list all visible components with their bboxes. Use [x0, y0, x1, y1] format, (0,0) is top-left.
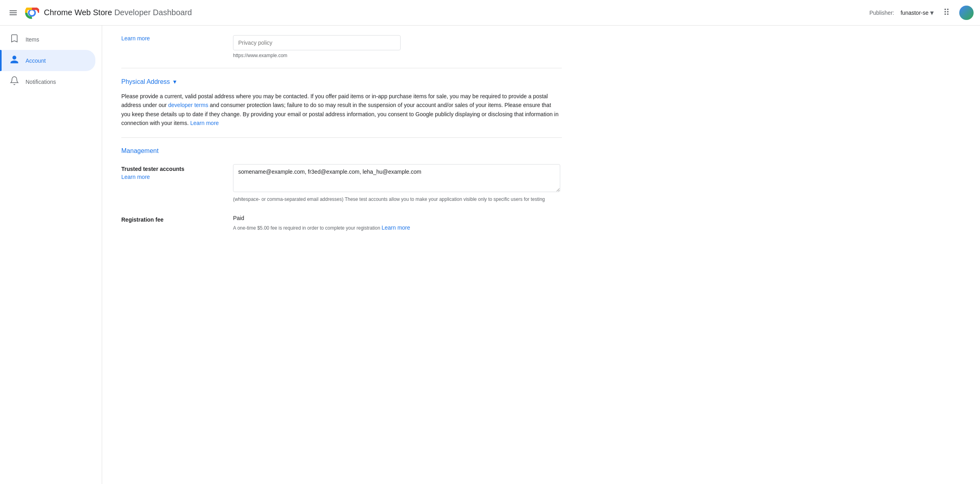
privacy-policy-hint: https://www.example.com — [233, 53, 562, 58]
app-title: Chrome Web Store Developer Dashboard — [44, 8, 192, 17]
publisher-label: Publisher: — [869, 10, 894, 16]
registration-fee-field-col: Paid A one-time $5.00 fee is required in… — [233, 215, 562, 231]
account-icon — [10, 55, 19, 66]
google-apps-icon[interactable]: ⠿ — [940, 4, 953, 21]
registration-fee-learn-more-link[interactable]: Learn more — [381, 224, 410, 231]
layout: Items Account Notifications — [0, 26, 980, 484]
sidebar-item-items[interactable]: Items — [0, 29, 95, 50]
privacy-policy-field-col: https://www.example.com — [233, 35, 562, 58]
physical-address-title[interactable]: Physical Address — [121, 78, 170, 85]
app-title-bold: Chrome Web Store — [44, 8, 112, 17]
publisher-name-button[interactable]: funastor-se ▾ — [901, 8, 934, 17]
registration-fee-value: Paid — [233, 215, 562, 221]
sidebar-item-account[interactable]: Account — [0, 50, 95, 71]
sidebar-notifications-label: Notifications — [26, 79, 56, 85]
chrome-logo — [25, 6, 39, 20]
publisher-dropdown-icon: ▾ — [930, 8, 934, 17]
physical-address-description: Please provide a current, valid postal a… — [121, 92, 560, 128]
app-header: Chrome Web Store Developer Dashboard Pub… — [0, 0, 980, 26]
physical-address-learn-more-link[interactable]: Learn more — [190, 120, 219, 126]
developer-terms-link[interactable]: developer terms — [168, 102, 208, 108]
sidebar-items-label: Items — [26, 36, 39, 43]
trusted-tester-row: Trusted tester accounts Learn more somen… — [121, 164, 562, 202]
registration-fee-label-col: Registration fee — [121, 215, 233, 224]
sidebar-item-notifications[interactable]: Notifications — [0, 71, 95, 92]
privacy-policy-input[interactable] — [233, 35, 401, 50]
physical-address-title-row: Physical Address ▾ — [121, 78, 562, 85]
trusted-tester-textarea[interactable]: somename@example.com, fr3ed@example.com,… — [233, 164, 560, 192]
avatar[interactable] — [959, 6, 974, 20]
privacy-policy-section: Learn more https://www.example.com — [121, 35, 562, 68]
main-content: Learn more https://www.example.com Physi… — [102, 26, 980, 484]
trusted-tester-helper: (whitespace- or comma-separated email ad… — [233, 196, 560, 202]
trusted-tester-learn-more-link[interactable]: Learn more — [121, 174, 150, 180]
svg-point-2 — [30, 10, 34, 15]
sidebar-account-label: Account — [26, 58, 46, 64]
trusted-tester-field-col: somename@example.com, fr3ed@example.com,… — [233, 164, 562, 202]
physical-address-section: Physical Address ▾ Please provide a curr… — [121, 68, 562, 138]
registration-fee-row: Registration fee Paid A one-time $5.00 f… — [121, 215, 562, 231]
bookmark-icon — [10, 34, 19, 45]
content-area: Learn more https://www.example.com Physi… — [102, 26, 581, 263]
trusted-tester-label-col: Trusted tester accounts Learn more — [121, 164, 233, 180]
privacy-learn-more-link[interactable]: Learn more — [121, 35, 150, 42]
header-left: Chrome Web Store Developer Dashboard — [6, 6, 869, 20]
bell-icon — [10, 76, 19, 87]
menu-icon[interactable] — [6, 6, 20, 20]
management-section: Management Trusted tester accounts Learn… — [121, 138, 562, 253]
management-title: Management — [121, 147, 562, 155]
privacy-policy-label-col: Learn more — [121, 35, 233, 42]
trusted-tester-label: Trusted tester accounts — [121, 166, 223, 172]
physical-address-chevron-icon[interactable]: ▾ — [173, 78, 176, 85]
app-title-light: Developer Dashboard — [114, 8, 192, 17]
sidebar: Items Account Notifications — [0, 26, 102, 484]
header-right: Publisher: funastor-se ▾ ⠿ — [869, 4, 974, 21]
registration-fee-note: A one-time $5.00 fee is required in orde… — [233, 224, 562, 231]
registration-fee-label: Registration fee — [121, 216, 223, 223]
